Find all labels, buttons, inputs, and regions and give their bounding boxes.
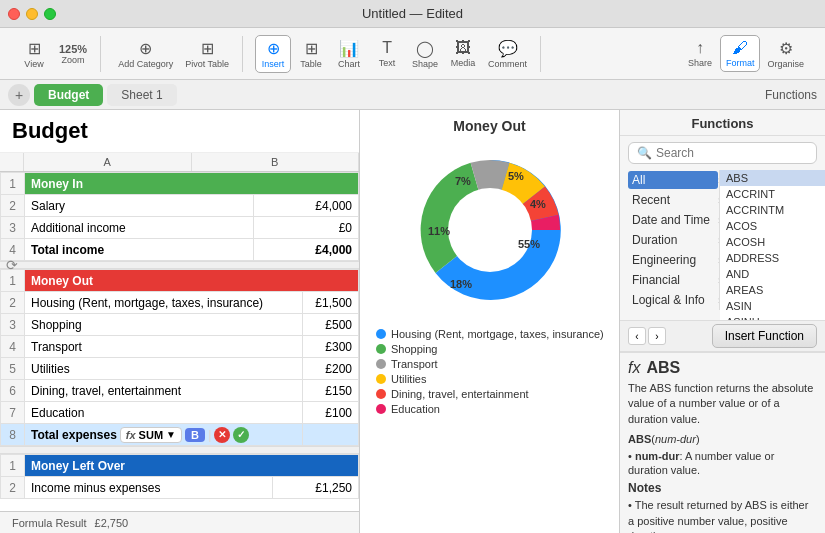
- income-minus-value[interactable]: £1,250: [272, 477, 358, 499]
- fn-category-all[interactable]: All ›: [620, 170, 719, 190]
- tab-sheet1[interactable]: Sheet 1: [107, 84, 176, 106]
- table-row[interactable]: 7 Education £100: [1, 402, 359, 424]
- fullscreen-button[interactable]: [44, 8, 56, 20]
- fn-item-acosh[interactable]: ACOSH: [720, 234, 825, 250]
- pager-prev[interactable]: ‹: [628, 327, 646, 345]
- shopping-value[interactable]: £500: [302, 314, 358, 336]
- table-row[interactable]: 2 Income minus expenses £1,250: [1, 477, 359, 499]
- fn-item-areas[interactable]: AREAS: [720, 282, 825, 298]
- sheet-body[interactable]: 1 Money In 2 Salary £4,000 3 Additional …: [0, 172, 359, 511]
- utilities-label[interactable]: Utilities: [25, 358, 303, 380]
- table-row[interactable]: 1 Money Out: [1, 270, 359, 292]
- fn-categories-list[interactable]: All › Recent › Date and Time › Duration …: [620, 170, 720, 310]
- organise-button[interactable]: ⚙ Organise: [762, 36, 809, 72]
- utilities-value[interactable]: £200: [302, 358, 358, 380]
- text-button[interactable]: T Text: [369, 36, 405, 71]
- fn-item-asin[interactable]: ASIN: [720, 298, 825, 314]
- shape-button[interactable]: ◯ Shape: [407, 36, 443, 72]
- add-category-button[interactable]: ⊕ Add Category: [113, 36, 178, 72]
- education-value[interactable]: £100: [302, 402, 358, 424]
- total-expenses-label[interactable]: Total expenses fx SUM ▼ B | ✕ ✓: [25, 424, 303, 446]
- table-row[interactable]: 6 Dining, travel, entertainment £150: [1, 380, 359, 402]
- legend-dot-housing: [376, 329, 386, 339]
- table-row[interactable]: 4 Total income £4,000: [1, 239, 359, 261]
- fn-item-address[interactable]: ADDRESS: [720, 250, 825, 266]
- additional-income-label[interactable]: Additional income: [25, 217, 254, 239]
- share-button[interactable]: ↑ Share: [682, 36, 718, 71]
- confirm-formula-button[interactable]: ✓: [233, 427, 249, 443]
- fn-category-recent[interactable]: Recent ›: [620, 190, 719, 210]
- money-in-header[interactable]: Money In: [25, 173, 359, 195]
- fn-category-financial[interactable]: Financial ›: [620, 270, 719, 290]
- zoom-button[interactable]: 125% Zoom: [54, 40, 92, 68]
- table-row[interactable]: 1 Money In: [1, 173, 359, 195]
- cancel-formula-button[interactable]: ✕: [214, 427, 230, 443]
- table-button[interactable]: ⊞ Table: [293, 36, 329, 72]
- donut-chart[interactable]: 55% 18% 11% 7% 5% 4%: [400, 140, 580, 320]
- insert-button[interactable]: ⊕ Insert: [255, 35, 291, 73]
- housing-value[interactable]: £1,500: [302, 292, 358, 314]
- shopping-label[interactable]: Shopping: [25, 314, 303, 336]
- add-sheet-button[interactable]: +: [8, 84, 30, 106]
- share-format-group: ↑ Share 🖌 Format ⚙ Organise: [674, 36, 817, 72]
- additional-income-value[interactable]: £0: [253, 217, 358, 239]
- money-left-header[interactable]: Money Left Over: [25, 455, 359, 477]
- table-row[interactable]: 3 Additional income £0: [1, 217, 359, 239]
- salary-label[interactable]: Salary: [25, 195, 254, 217]
- column-headers: A B: [0, 153, 359, 172]
- sum-dropdown-arrow[interactable]: ▼: [166, 429, 176, 440]
- close-button[interactable]: [8, 8, 20, 20]
- housing-label[interactable]: Housing (Rent, mortgage, taxes, insuranc…: [25, 292, 303, 314]
- transport-label[interactable]: Transport: [25, 336, 303, 358]
- fn-item-abs[interactable]: ABS: [720, 170, 825, 186]
- total-income-value[interactable]: £4,000: [253, 239, 358, 261]
- education-label[interactable]: Education: [25, 402, 303, 424]
- comment-button[interactable]: 💬 Comment: [483, 36, 532, 72]
- tab-budget[interactable]: Budget: [34, 84, 103, 106]
- money-out-table: 1 Money Out 2 Housing (Rent, mortgage, t…: [0, 269, 359, 446]
- transport-value[interactable]: £300: [302, 336, 358, 358]
- search-box[interactable]: 🔍: [628, 142, 817, 164]
- fn-category-engineering[interactable]: Engineering ›: [620, 250, 719, 270]
- table-row[interactable]: 2 Housing (Rent, mortgage, taxes, insura…: [1, 292, 359, 314]
- search-input[interactable]: [656, 146, 808, 160]
- pager-next[interactable]: ›: [648, 327, 666, 345]
- chart-button[interactable]: 📊 Chart: [331, 36, 367, 72]
- format-button[interactable]: 🖌 Format: [720, 35, 761, 72]
- dining-label[interactable]: Dining, travel, entertainment: [25, 380, 303, 402]
- fn-item-acos[interactable]: ACOS: [720, 218, 825, 234]
- fn-category-date-time[interactable]: Date and Time ›: [620, 210, 719, 230]
- table-row[interactable]: 3 Shopping £500: [1, 314, 359, 336]
- table-row-selected[interactable]: 8 Total expenses fx SUM ▼ B | ✕: [1, 424, 359, 446]
- table-row[interactable]: 5 Utilities £200: [1, 358, 359, 380]
- fn-category-logical[interactable]: Logical & Info ›: [620, 290, 719, 310]
- money-out-header[interactable]: Money Out: [25, 270, 359, 292]
- table-row[interactable]: 2 Salary £4,000: [1, 195, 359, 217]
- table-row[interactable]: 1 Money Left Over: [1, 455, 359, 477]
- fn-item-accrintm[interactable]: ACCRINTM: [720, 202, 825, 218]
- functions-label: Functions: [765, 88, 825, 102]
- share-icon: ↑: [696, 39, 704, 57]
- income-minus-label[interactable]: Income minus expenses: [25, 477, 273, 499]
- cell-ref-b[interactable]: B: [185, 428, 205, 442]
- total-expenses-value[interactable]: [302, 424, 358, 446]
- svg-point-0: [448, 188, 532, 272]
- fn-item-and[interactable]: AND: [720, 266, 825, 282]
- pivot-table-button[interactable]: ⊞ Pivot Table: [180, 36, 234, 72]
- money-left-table: 1 Money Left Over 2 Income minus expense…: [0, 454, 359, 499]
- traffic-lights[interactable]: [8, 8, 56, 20]
- fn-category-duration[interactable]: Duration ›: [620, 230, 719, 250]
- fn-item-accrint[interactable]: ACCRINT: [720, 186, 825, 202]
- fn-names-list[interactable]: ABS ACCRINT ACCRINTM ACOS ACOSH ADDRESS …: [720, 170, 825, 320]
- comment-icon: 💬: [498, 39, 518, 58]
- total-income-label[interactable]: Total income: [25, 239, 254, 261]
- table-row[interactable]: 4 Transport £300: [1, 336, 359, 358]
- formula-bar-inline[interactable]: fx SUM ▼: [120, 427, 182, 443]
- pager[interactable]: ‹ ›: [628, 327, 666, 345]
- view-button[interactable]: ⊞ View: [16, 36, 52, 72]
- dining-value[interactable]: £150: [302, 380, 358, 402]
- minimize-button[interactable]: [26, 8, 38, 20]
- insert-function-button[interactable]: Insert Function: [712, 324, 817, 348]
- salary-value[interactable]: £4,000: [253, 195, 358, 217]
- media-button[interactable]: 🖼 Media: [445, 36, 481, 71]
